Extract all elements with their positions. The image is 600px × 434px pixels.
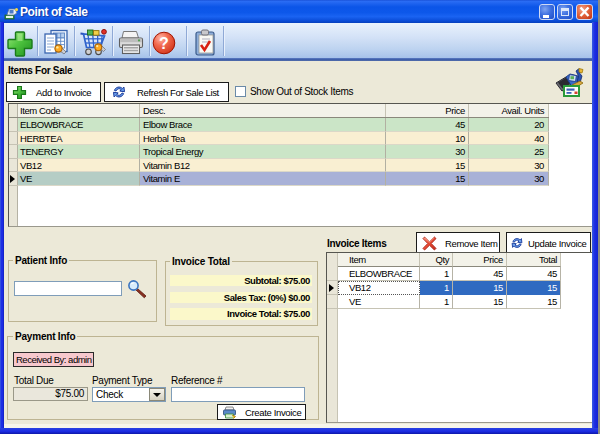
svg-text:?: ? <box>159 35 169 52</box>
